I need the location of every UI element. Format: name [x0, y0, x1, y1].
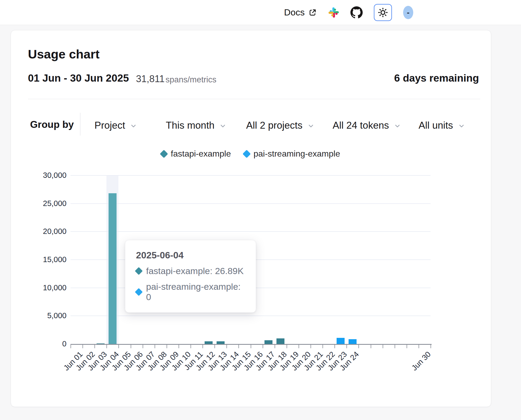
legend-label: fastapi-example: [171, 149, 231, 159]
theme-toggle-button[interactable]: [374, 4, 392, 21]
x-axis-tick: [118, 345, 119, 348]
x-axis-tick: [251, 345, 251, 348]
x-axis-tick: [322, 345, 323, 348]
dropdown-group-by-field[interactable]: Project: [94, 119, 137, 132]
bar-fastapi-example-Jun-18[interactable]: [276, 338, 284, 344]
x-axis-tick: [371, 345, 371, 348]
chevron-down-icon: [307, 121, 315, 132]
x-axis-tick: [407, 345, 407, 348]
diamond-icon: [242, 150, 251, 158]
x-axis-tick: [334, 345, 335, 348]
y-axis-label-0: 0: [0, 339, 67, 348]
total-count: 31,811: [136, 73, 164, 85]
x-axis-tick: [383, 345, 383, 348]
avatar-label: -: [407, 8, 410, 17]
date-range: 01 Jun - 30 Jun 2025: [28, 72, 129, 84]
dropdown-projects-value: All 2 projects: [246, 120, 303, 131]
group-by-label: Group by: [30, 119, 74, 130]
filter-divider: [80, 113, 80, 136]
y-axis-label-30000: 30,000: [0, 171, 67, 180]
x-axis-tick: [299, 345, 299, 348]
dropdown-time-range-value: This month: [166, 120, 214, 131]
x-axis-tick: [419, 345, 419, 348]
x-axis-tick: [275, 345, 275, 348]
chevron-down-icon: [458, 121, 465, 132]
tooltip-row-text: fastapi-example: 26.89K: [146, 266, 244, 276]
x-axis-tick: [179, 345, 179, 348]
avatar[interactable]: -: [403, 6, 413, 19]
legend-item-fastapi-example[interactable]: fastapi-example: [161, 149, 231, 159]
tooltip-row-text: pai-streaming-example: 0: [146, 282, 245, 302]
chart-tooltip: 2025-06-04 fastapi-example: 26.89Kpai-st…: [125, 240, 256, 313]
dropdown-tokens-value: All 24 tokens: [333, 120, 389, 131]
x-axis-tick: [191, 345, 191, 348]
y-axis-label-20000: 20,000: [0, 227, 67, 236]
chart-legend: fastapi-examplepai-streaming-example: [71, 149, 431, 159]
usage-card: [11, 30, 491, 407]
dropdown-units-value: All units: [419, 120, 453, 131]
y-axis-label-10000: 10,000: [0, 283, 67, 292]
external-link-icon: [308, 8, 317, 17]
dropdown-time-range[interactable]: This month: [166, 119, 226, 132]
tooltip-date: 2025-06-04: [136, 250, 245, 261]
x-axis-tick: [226, 345, 227, 348]
header-divider: [28, 99, 480, 99]
x-axis-tick: [82, 345, 83, 348]
github-button[interactable]: [350, 6, 363, 19]
bar-fastapi-example-Jun-17[interactable]: [264, 340, 272, 344]
total-unit-label: spans/metrics: [166, 75, 216, 85]
bar-fastapi-example-Jun-04[interactable]: [109, 193, 117, 344]
y-axis-label-15000: 15,000: [0, 255, 67, 264]
x-axis-tick: [431, 345, 431, 348]
gridline-5000: [71, 316, 431, 316]
x-axis-tick: [311, 345, 311, 348]
usage-page: Docs: [0, 0, 521, 420]
diamond-icon: [135, 288, 143, 296]
x-axis-tick: [263, 345, 263, 348]
gridline-20000: [71, 231, 431, 232]
x-axis-tick: [395, 345, 395, 348]
top-bar: Docs: [0, 0, 521, 25]
page-title: Usage chart: [28, 47, 100, 61]
x-axis-tick: [94, 345, 95, 348]
dropdown-units[interactable]: All units: [419, 119, 465, 132]
x-axis-tick: [167, 345, 167, 348]
y-axis-label-5000: 5,000: [0, 311, 67, 320]
bar-pai-streaming-example-Jun-23[interactable]: [337, 338, 345, 344]
dropdown-group-by-field-value: Project: [94, 120, 125, 131]
diamond-icon: [160, 150, 168, 158]
x-axis-tick: [131, 345, 131, 348]
x-axis-tick: [358, 345, 359, 348]
docs-link[interactable]: Docs: [284, 7, 317, 18]
diamond-icon: [135, 267, 143, 275]
x-axis-tick: [287, 345, 287, 348]
x-axis-tick: [106, 345, 107, 348]
docs-label: Docs: [284, 7, 305, 18]
dropdown-tokens[interactable]: All 24 tokens: [333, 119, 401, 132]
x-axis-tick: [202, 345, 203, 348]
dropdown-projects[interactable]: All 2 projects: [246, 119, 315, 132]
days-remaining: 6 days remaining: [394, 72, 479, 84]
github-icon: [350, 6, 363, 19]
x-axis-tick: [143, 345, 143, 348]
gridline-25000: [71, 203, 431, 204]
legend-item-pai-streaming-example[interactable]: pai-streaming-example: [244, 149, 340, 159]
x-axis-tick: [155, 345, 155, 348]
x-axis-tick: [238, 345, 239, 348]
x-axis-line: [71, 344, 432, 345]
x-axis-tick: [71, 345, 71, 348]
chevron-down-icon: [394, 121, 401, 132]
x-axis-tick: [346, 345, 347, 348]
tooltip-row-fastapi-example: fastapi-example: 26.89K: [136, 266, 245, 276]
slack-button[interactable]: [328, 7, 339, 18]
chevron-down-icon: [130, 121, 137, 132]
bar-pai-streaming-example-Jun-24[interactable]: [349, 339, 357, 344]
legend-label: pai-streaming-example: [254, 149, 340, 159]
chevron-down-icon: [219, 121, 226, 132]
x-axis-tick: [214, 345, 215, 348]
slack-icon: [328, 7, 339, 18]
y-axis-label-25000: 25,000: [0, 199, 67, 208]
tooltip-row-pai-streaming-example: pai-streaming-example: 0: [136, 282, 245, 302]
gridline-30000: [71, 175, 431, 176]
sun-icon: [378, 7, 388, 18]
